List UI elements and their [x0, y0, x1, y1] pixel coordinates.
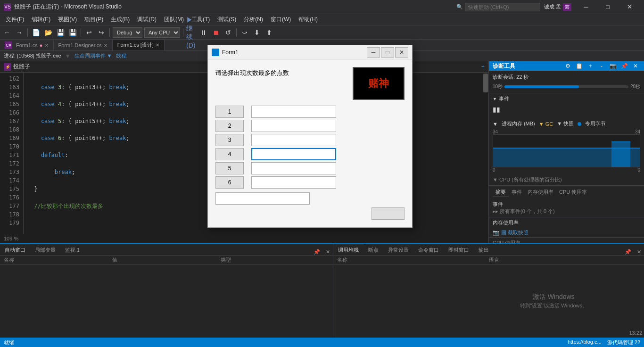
forward-btn[interactable]: → [14, 27, 25, 38]
dialog-minimize-btn[interactable]: ─ [367, 47, 380, 58]
save-btn[interactable]: 💾 [55, 27, 66, 38]
dialog-input-4[interactable] [251, 148, 336, 160]
tab-form1cs-close[interactable]: ✕ [45, 43, 49, 48]
tab-form1design[interactable]: Form1.cs [设计] ✕ [113, 40, 165, 50]
menu-file[interactable]: 文件(F) [2, 14, 28, 25]
mem-right-val: 34 [635, 129, 640, 134]
dialog-close-btn[interactable]: ✕ [395, 47, 408, 58]
dialog-btn-3[interactable]: 3 [215, 134, 244, 146]
dialog-input-1[interactable] [251, 106, 336, 118]
menu-edit[interactable]: 编辑(E) [28, 14, 54, 25]
maximize-button[interactable]: □ [597, 0, 619, 14]
tab-callstack[interactable]: 调用堆栈 [333, 245, 363, 255]
diag-zoom-out-btn[interactable]: - [597, 61, 606, 71]
pause-btn[interactable]: ⏸ [198, 27, 209, 38]
triangle-icon: ▼ [493, 97, 497, 101]
diag-close-btn[interactable]: ✕ [631, 61, 640, 71]
step-into-btn[interactable]: ⬇ [252, 27, 262, 38]
tab-command[interactable]: 命令窗口 [413, 245, 444, 255]
dialog-maximize-btn[interactable]: □ [381, 47, 394, 58]
step-over-btn[interactable]: ⤻ [239, 27, 250, 38]
tab-watch1[interactable]: 监视 1 [60, 245, 84, 255]
tab-form1design-close[interactable]: ✕ [156, 42, 159, 48]
dialog-input-5[interactable] [251, 162, 336, 174]
lifecycle-btn[interactable]: 生命周期事件 ▼ [74, 52, 112, 59]
menu-debug[interactable]: 调试(D) [133, 14, 160, 25]
menu-project[interactable]: 项目(P) [81, 14, 107, 25]
bottom-right-close[interactable]: ✕ [634, 249, 644, 255]
undo-btn[interactable]: ↩ [84, 27, 94, 38]
dialog-btn-1[interactable]: 1 [215, 106, 244, 118]
dialog-btn-4[interactable]: 4 [215, 148, 244, 160]
dialog-input-2[interactable] [251, 120, 336, 132]
diag-tab-cpu[interactable]: CPU 使用率 [556, 188, 590, 197]
dialog-btn-6[interactable]: 6 [215, 176, 244, 189]
new-btn[interactable]: 📄 [31, 27, 41, 38]
bottom-right-pin[interactable]: 📌 [622, 249, 634, 255]
code-scrollbar[interactable] [483, 73, 488, 234]
menu-build[interactable]: 生成(B) [107, 14, 133, 25]
diag-zoom-in-btn[interactable]: + [586, 61, 595, 71]
user-info: 诚成 孟 芸 [544, 3, 571, 11]
dialog-input-6[interactable] [251, 176, 336, 189]
thread-btn[interactable]: 线程: [116, 52, 128, 59]
tab-output[interactable]: 输出 [474, 245, 494, 255]
bottom-left-pin[interactable]: 📌 [311, 249, 323, 255]
menu-analyze[interactable]: 分析(N) [240, 14, 267, 25]
dialog-inputs-col [251, 106, 336, 189]
mem-values-bottom: 0 0 [493, 167, 640, 173]
dialog-input-3[interactable] [251, 134, 336, 146]
quick-launch-input[interactable] [465, 3, 540, 11]
status-blog[interactable]: https://blog.c... [568, 339, 602, 346]
back-btn[interactable]: ← [2, 27, 12, 38]
events-label: 事件 [499, 95, 509, 102]
diag-tab-events[interactable]: 事件 [509, 188, 525, 197]
expand-btn[interactable]: + [481, 64, 485, 70]
diag-camera-btn[interactable]: 📷 [608, 61, 618, 71]
dialog-wide-textbox[interactable] [215, 192, 310, 205]
open-btn[interactable]: 📂 [43, 27, 53, 38]
save-all-btn[interactable]: 💾 [67, 27, 78, 38]
bottom-left-close[interactable]: ✕ [323, 249, 333, 255]
diag-report-btn[interactable]: 📋 [574, 61, 584, 71]
stop-btn[interactable]: ⏹ [211, 27, 221, 38]
menu-team[interactable]: 团队(M) [160, 14, 188, 25]
restart-btn[interactable]: ↺ [223, 27, 233, 38]
tab-form1designer-close[interactable]: ✕ [104, 43, 107, 48]
snapshot-btn[interactable]: 📷 圖 截取快照 [489, 228, 644, 237]
dialog-action-btn[interactable] [372, 207, 405, 220]
step-out-btn[interactable]: ⬆ [264, 27, 274, 38]
minimize-button[interactable]: ─ [575, 0, 597, 14]
diag-pin-btn[interactable]: 📌 [619, 61, 629, 71]
tab-form1cs[interactable]: C# Form1.cs ● ✕ [0, 40, 54, 50]
diag-events-header[interactable]: ▼ 事件 [493, 95, 640, 102]
menu-window[interactable]: 窗口(W) [267, 14, 295, 25]
tab-form1designer[interactable]: Form1.Designer.cs ✕ [54, 40, 113, 50]
diag-tabs: 摘要 事件 内存使用率 CPU 使用率 [489, 185, 644, 199]
diag-tab-summary[interactable]: 摘要 [493, 188, 509, 197]
callstack-header: 名称 语言 [333, 256, 644, 265]
menu-view[interactable]: 视图(V) [54, 14, 81, 25]
quick-launch[interactable]: 🔍 [456, 3, 540, 11]
menu-help[interactable]: 帮助(H) [295, 14, 322, 25]
events-row-pause: ▮▮ [493, 104, 640, 115]
tab-breakpoints[interactable]: 断点 [363, 245, 383, 255]
debug-config-dropdown[interactable]: Debug [113, 27, 142, 38]
menu-test[interactable]: 测试(S) [214, 14, 240, 25]
scrollbar-thumb[interactable] [483, 74, 488, 92]
tab-exceptions[interactable]: 异常设置 [383, 245, 413, 255]
diag-settings-btn[interactable]: ⚙ [563, 61, 572, 71]
tab-locals[interactable]: 局部变量 [30, 245, 60, 255]
close-button[interactable]: ✕ [619, 0, 640, 14]
continue-btn[interactable]: ▶ 继续(D) [186, 27, 197, 38]
cpu-dropdown[interactable]: Any CPU [144, 27, 180, 38]
tab-auto-window[interactable]: 自动窗口 [0, 245, 30, 255]
diag-tab-memory[interactable]: 内存使用率 [525, 188, 556, 197]
menu-bar: 文件(F) 编辑(E) 视图(V) 项目(P) 生成(B) 调试(D) 团队(M… [0, 14, 644, 25]
tab-immediate[interactable]: 即时窗口 [444, 245, 474, 255]
dialog-btn-5[interactable]: 5 [215, 162, 244, 174]
dialog-btn-2[interactable]: 2 [215, 120, 244, 132]
dialog-bottom-row [215, 207, 405, 220]
diag-timeline: 10秒 20秒 [493, 83, 640, 90]
redo-btn[interactable]: ↪ [96, 27, 107, 38]
